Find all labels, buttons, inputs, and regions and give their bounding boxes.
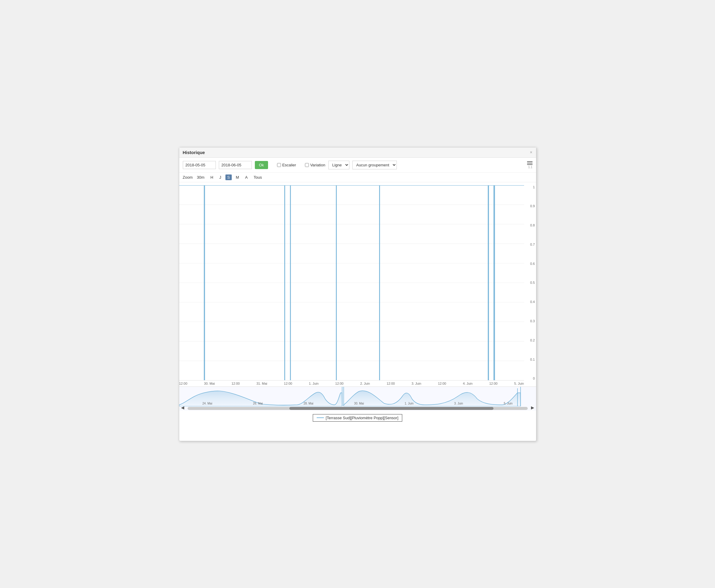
menu-icon[interactable] xyxy=(527,161,533,165)
grid-line-3 xyxy=(179,224,524,224)
toolbar: Ok Escalier Variation Ligne Aucun groupe… xyxy=(179,158,536,173)
date-end-input[interactable] xyxy=(219,161,252,169)
legend-item-label: [Terrasse Sud][Pluviomètre Popp][Sensor] xyxy=(326,416,398,420)
chart-with-yaxis: 1 0.9 0.8 0.7 0.6 0.5 0.4 0.3 0.2 0.1 0 xyxy=(179,185,536,380)
grid-line-2 xyxy=(179,205,524,205)
scroll-left-arrow[interactable]: ◀ xyxy=(181,405,184,410)
variation-label: Variation xyxy=(310,163,325,167)
minimap-x6: 3. Juin xyxy=(454,402,463,405)
hamburger-line-3 xyxy=(527,164,533,165)
x-label-13: 12:00 xyxy=(489,382,498,385)
grid-line-11 xyxy=(179,380,524,380)
grid-line-9 xyxy=(179,341,524,341)
y-label-8: 0.3 xyxy=(525,319,535,323)
x-label-2: 30. Mai xyxy=(204,382,215,385)
minimap-container: 24. Mai 26. Mai 28. Mai 30. Mai 1. Juin … xyxy=(179,386,536,411)
minimap-x4: 30. Mai xyxy=(354,402,364,405)
zoom-text: Zoom xyxy=(183,175,193,180)
y-label-10: 0.1 xyxy=(525,358,535,361)
scrollbar-thumb[interactable] xyxy=(289,407,494,410)
zoom-j[interactable]: J xyxy=(217,174,223,180)
groupement-select[interactable]: Aucun groupement xyxy=(352,161,397,169)
zoom-h[interactable]: H xyxy=(209,174,215,180)
x-label-12: 4. Juin xyxy=(463,382,473,385)
y-label-5: 0.6 xyxy=(525,262,535,266)
y-axis: 1 0.9 0.8 0.7 0.6 0.5 0.4 0.3 0.2 0.1 0 xyxy=(524,185,536,380)
x-label-11: 12:00 xyxy=(438,382,446,385)
y-label-7: 0.4 xyxy=(525,300,535,303)
x-label-14: 5. Juin xyxy=(514,382,524,385)
data-bar-5 xyxy=(379,185,380,380)
grid-line-10 xyxy=(179,361,524,361)
top-border xyxy=(179,185,524,186)
x-label-8: 2. Juin xyxy=(360,382,370,385)
main-chart[interactable] xyxy=(179,185,524,380)
zoom-m[interactable]: M xyxy=(234,174,241,180)
window-title: Historique xyxy=(183,150,205,155)
x-label-3: 12:00 xyxy=(232,382,240,385)
zoom-a[interactable]: A xyxy=(243,174,250,180)
minimap-x5: 1. Juin xyxy=(405,402,413,405)
x-label-4: 31. Mai xyxy=(256,382,267,385)
legend-item: [Terrasse Sud][Pluviomètre Popp][Sensor] xyxy=(313,414,402,422)
close-button[interactable]: × xyxy=(530,150,532,155)
escalier-group: Escalier xyxy=(277,163,296,167)
escalier-label: Escalier xyxy=(282,163,296,167)
grid-line-7 xyxy=(179,302,524,302)
y-label-9: 0.2 xyxy=(525,338,535,342)
chart-area: 1 0.9 0.8 0.7 0.6 0.5 0.4 0.3 0.2 0.1 0 … xyxy=(179,182,536,428)
x-axis: 12:00 30. Mai 12:00 31. Mai 12:00 1. Jui… xyxy=(179,380,536,386)
legend: [Terrasse Sud][Pluviomètre Popp][Sensor] xyxy=(179,411,536,425)
zoom-30m[interactable]: 30m xyxy=(195,174,206,180)
y-label-4: 0.7 xyxy=(525,243,535,246)
zoom-bar: Zoom 30m H J S M A Tous xyxy=(179,173,536,182)
y-label-1: 1 xyxy=(525,185,535,189)
data-bar-2 xyxy=(284,185,285,380)
variation-checkbox[interactable] xyxy=(305,163,309,167)
x-label-1: 12:00 xyxy=(179,382,188,385)
y-label-3: 0.8 xyxy=(525,224,535,227)
escalier-checkbox[interactable] xyxy=(277,163,281,167)
legend-line-icon xyxy=(317,417,324,418)
ok-button[interactable]: Ok xyxy=(255,161,268,169)
data-bar-6 xyxy=(488,185,489,380)
data-bar-7 xyxy=(494,185,495,380)
data-bar-3 xyxy=(290,185,291,380)
data-bar-4 xyxy=(336,185,337,380)
x-label-5: 12:00 xyxy=(284,382,292,385)
grid-line-5 xyxy=(179,263,524,264)
date-start-input[interactable] xyxy=(183,161,216,169)
y-label-11: 0 xyxy=(525,377,535,380)
x-label-10: 3. Juin xyxy=(412,382,421,385)
chart-type-select[interactable]: Ligne xyxy=(328,161,349,169)
zoom-s[interactable]: S xyxy=(225,174,232,180)
variation-group: Variation xyxy=(305,163,325,167)
minimap[interactable]: 24. Mai 26. Mai 28. Mai 30. Mai 1. Juin … xyxy=(179,386,536,411)
scroll-right-arrow[interactable]: ▶ xyxy=(531,405,534,410)
x-label-7: 12:00 xyxy=(335,382,344,385)
data-bar-1 xyxy=(204,185,205,380)
chart-container: 1 0.9 0.8 0.7 0.6 0.5 0.4 0.3 0.2 0.1 0 … xyxy=(179,185,536,386)
version-label: 1.1 xyxy=(528,166,533,169)
scrollbar-track[interactable] xyxy=(188,407,528,410)
minimap-xlabels: 24. Mai 26. Mai 28. Mai 30. Mai 1. Juin … xyxy=(179,402,536,405)
minimap-x3: 28. Mai xyxy=(303,402,313,405)
zoom-tous[interactable]: Tous xyxy=(252,174,263,180)
y-label-2: 0.9 xyxy=(525,204,535,208)
title-bar: Historique × xyxy=(179,147,536,158)
x-label-6: 1. Juin xyxy=(309,382,319,385)
y-label-6: 0.5 xyxy=(525,281,535,285)
grid-line-6 xyxy=(179,282,524,283)
historique-window: Historique × Ok Escalier Variation Ligne… xyxy=(179,147,536,441)
x-label-9: 12:00 xyxy=(387,382,395,385)
hamburger-line-1 xyxy=(527,161,533,162)
minimap-x7: 5. Juin xyxy=(504,402,513,405)
minimap-x1: 24. Mai xyxy=(202,402,212,405)
hamburger-line-2 xyxy=(527,163,533,163)
minimap-x2: 26. Mai xyxy=(253,402,263,405)
grid-line-4 xyxy=(179,244,524,244)
